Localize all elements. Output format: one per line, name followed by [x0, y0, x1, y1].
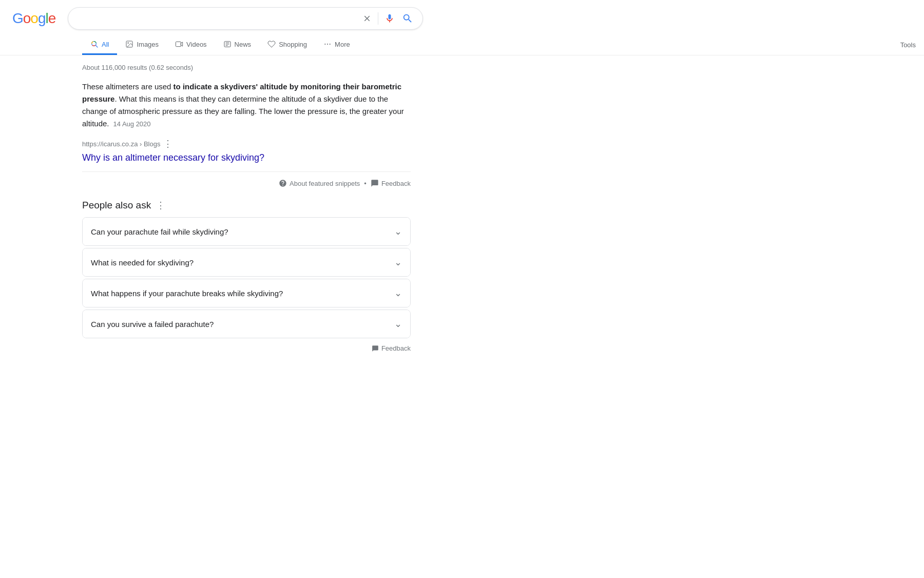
more-tab-icon: [323, 40, 332, 48]
people-also-ask-section: People also ask ⋮ Can your parachute fai…: [82, 200, 411, 356]
bottom-feedback: Feedback: [82, 340, 411, 356]
clear-button[interactable]: [361, 13, 373, 24]
snippet-footer: About featured snippets • Feedback: [82, 171, 411, 187]
chevron-down-icon-3: ⌄: [394, 287, 402, 299]
tab-news[interactable]: News: [215, 35, 260, 55]
tab-all[interactable]: All: [82, 35, 117, 55]
svg-line-4: [95, 45, 98, 47]
paa-question-2[interactable]: What is needed for skydiving? ⌄: [83, 248, 410, 276]
tab-videos[interactable]: Videos: [167, 35, 215, 55]
google-logo[interactable]: Google: [12, 10, 55, 27]
search-bar-icons: [361, 12, 414, 25]
nav-tabs: All Images Videos: [0, 35, 924, 55]
paa-question-3-text: What happens if your parachute breaks wh…: [91, 289, 283, 298]
feedback-label: Feedback: [381, 180, 411, 187]
feedback-button[interactable]: Feedback: [371, 179, 411, 187]
logo-letter-e: e: [48, 10, 56, 26]
feedback-icon: [371, 179, 379, 187]
tab-shopping-label: Shopping: [279, 41, 307, 48]
svg-point-6: [128, 43, 129, 44]
paa-item-3: What happens if your parachute breaks wh…: [82, 279, 411, 307]
paa-item-2: What is needed for skydiving? ⌄: [82, 248, 411, 277]
svg-point-14: [327, 44, 328, 45]
search-bar: why do you need an altimeter when skydiv…: [68, 7, 423, 30]
snippet-date: 14 Aug 2020: [113, 120, 151, 128]
logo-letter-o1: o: [23, 10, 31, 26]
microphone-button[interactable]: [383, 12, 396, 25]
paa-question-1-text: Can your parachute fail while skydiving?: [91, 227, 228, 236]
microphone-icon: [384, 13, 395, 24]
tab-videos-label: Videos: [186, 41, 207, 48]
search-icon: [402, 13, 413, 24]
svg-marker-8: [181, 42, 182, 46]
logo-letter-g2: g: [38, 10, 46, 26]
snippet-text-before: These altimeters are used: [82, 82, 174, 91]
images-tab-icon: [125, 40, 133, 48]
results-info: About 116,000 results (0.62 seconds): [82, 64, 411, 71]
search-bar-wrapper: why do you need an altimeter when skydiv…: [68, 7, 423, 30]
tools-button[interactable]: Tools: [892, 36, 924, 54]
about-snippets-label: About featured snippets: [290, 180, 360, 187]
logo-letter-g: G: [12, 10, 23, 26]
search-button[interactable]: [401, 12, 414, 25]
paa-title: People also ask: [82, 200, 151, 211]
paa-header: People also ask ⋮: [82, 200, 411, 211]
tab-images-label: Images: [137, 41, 159, 48]
tab-more-label: More: [335, 41, 350, 48]
paa-item-1: Can your parachute fail while skydiving?…: [82, 217, 411, 246]
snippet-text: These altimeters are used to indicate a …: [82, 81, 411, 130]
bottom-feedback-icon: [372, 345, 379, 352]
tab-news-label: News: [235, 41, 252, 48]
snippet-source: https://icarus.co.za › Blogs ⋮: [82, 138, 411, 149]
paa-question-1[interactable]: Can your parachute fail while skydiving?…: [83, 218, 410, 245]
main-content: About 116,000 results (0.62 seconds) The…: [0, 55, 411, 356]
logo-letter-o2: o: [30, 10, 38, 26]
paa-menu-icon[interactable]: ⋮: [156, 200, 166, 211]
snippet-source-menu[interactable]: ⋮: [163, 138, 174, 149]
paa-item-4: Can you survive a failed parachute? ⌄: [82, 310, 411, 338]
snippet-title-link[interactable]: Why is an altimeter necessary for skydiv…: [82, 152, 411, 163]
separator: [378, 12, 378, 25]
svg-rect-7: [176, 42, 181, 46]
chevron-down-icon-1: ⌄: [394, 226, 402, 237]
paa-question-2-text: What is needed for skydiving?: [91, 258, 194, 267]
x-icon: [362, 14, 372, 23]
chevron-down-icon-2: ⌄: [394, 257, 402, 268]
tab-shopping[interactable]: Shopping: [259, 35, 315, 55]
snippet-source-url: https://icarus.co.za › Blogs: [82, 140, 160, 148]
tab-all-label: All: [102, 41, 109, 48]
bottom-feedback-button[interactable]: Feedback: [372, 344, 411, 352]
header: Google why do you need an altimeter when…: [0, 0, 924, 35]
tab-more[interactable]: More: [315, 35, 358, 55]
tab-images[interactable]: Images: [117, 35, 167, 55]
paa-question-4-text: Can you survive a failed parachute?: [91, 320, 214, 329]
paa-question-4[interactable]: Can you survive a failed parachute? ⌄: [83, 310, 410, 338]
question-icon: [279, 179, 287, 187]
paa-question-3[interactable]: What happens if your parachute breaks wh…: [83, 279, 410, 307]
dot-separator: •: [364, 180, 367, 187]
shopping-tab-icon: [267, 40, 276, 48]
bottom-feedback-label: Feedback: [381, 344, 411, 352]
videos-tab-icon: [175, 40, 183, 48]
search-input[interactable]: why do you need an altimeter when skydiv…: [76, 14, 356, 23]
chevron-down-icon-4: ⌄: [394, 318, 402, 330]
search-tab-icon: [90, 40, 99, 48]
featured-snippet: These altimeters are used to indicate a …: [82, 81, 411, 187]
about-snippets-button[interactable]: About featured snippets: [279, 179, 360, 187]
svg-point-15: [330, 44, 331, 45]
news-tab-icon: [223, 40, 232, 48]
svg-point-13: [324, 44, 325, 45]
